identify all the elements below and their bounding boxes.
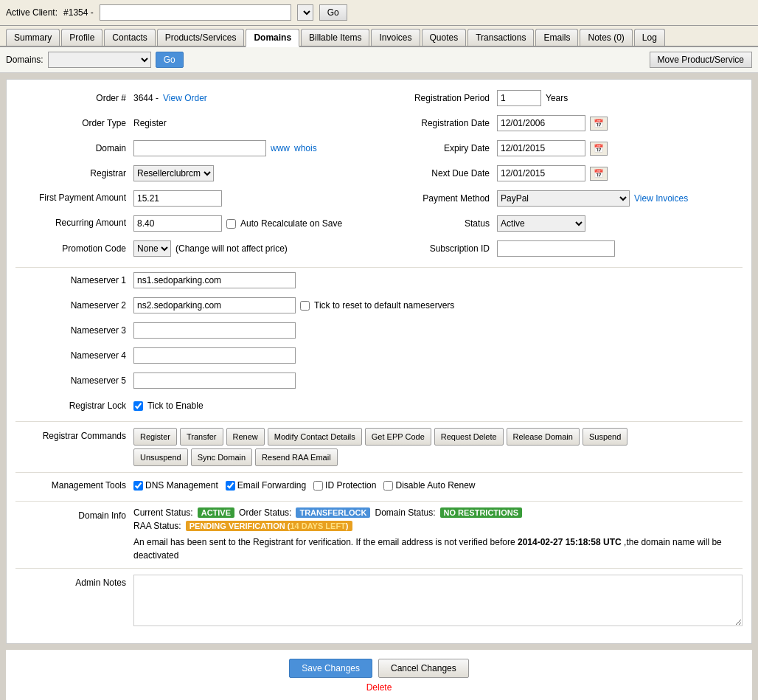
move-product-service-button[interactable]: Move Product/Service xyxy=(650,52,752,68)
order-status-label: Order Status: xyxy=(239,507,291,518)
current-status-label: Current Status: xyxy=(133,507,193,518)
order-status-badge: TRANSFERLOCK xyxy=(296,507,370,518)
payment-method-select[interactable]: PayPal xyxy=(497,190,630,207)
register-button[interactable]: Register xyxy=(133,428,177,446)
reg-date-calendar-icon[interactable]: 📅 xyxy=(590,117,608,131)
tab-quotes[interactable]: Quotes xyxy=(422,29,467,46)
ns1-input[interactable] xyxy=(133,272,296,288)
www-link[interactable]: www xyxy=(271,143,290,153)
tab-emails[interactable]: Emails xyxy=(535,29,578,46)
promo-code-label: Promotion Code xyxy=(15,243,133,254)
current-status-badge: ACTIVE xyxy=(198,507,234,518)
client-select[interactable] xyxy=(297,4,313,21)
view-invoices-link[interactable]: View Invoices xyxy=(634,193,688,204)
domain-input[interactable] xyxy=(133,140,266,156)
ns1-label: Nameserver 1 xyxy=(15,275,133,285)
expiry-calendar-icon[interactable]: 📅 xyxy=(590,142,608,156)
registrar-lock-label: Registrar Lock xyxy=(15,401,133,411)
client-name-input[interactable] xyxy=(100,4,291,21)
domain-info-content: Current Status: ACTIVE Order Status: TRA… xyxy=(133,507,743,562)
tab-domains[interactable]: Domains xyxy=(246,29,299,47)
id-protection-label: ID Protection xyxy=(313,480,376,491)
expiry-label: Expiry Date xyxy=(379,143,497,153)
domain-status-badge: NO RESTRICTIONS xyxy=(440,507,522,518)
domain-info-label: Domain Info xyxy=(15,507,133,521)
dns-management-label: DNS Management xyxy=(133,480,218,491)
delete-link[interactable]: Delete xyxy=(366,682,392,693)
order-type-value: Register xyxy=(133,118,167,128)
resend-raa-button[interactable]: Resend RAA Email xyxy=(255,448,338,466)
top-go-button[interactable]: Go xyxy=(319,4,347,21)
tab-summary[interactable]: Summary xyxy=(6,29,60,46)
transfer-button[interactable]: Transfer xyxy=(180,428,223,446)
ns2-label: Nameserver 2 xyxy=(15,300,133,311)
mgmt-tools-label: Management Tools xyxy=(15,480,133,491)
domain-info-text: An email has been sent to the Registrant… xyxy=(133,536,743,562)
release-domain-button[interactable]: Release Domain xyxy=(507,428,580,446)
disable-auto-renew-checkbox[interactable] xyxy=(383,481,393,491)
raa-days-left: 14 DAYS LEFT xyxy=(290,521,345,530)
request-delete-button[interactable]: Request Delete xyxy=(434,428,504,446)
order-number-label: Order # xyxy=(15,93,133,103)
admin-notes-label: Admin Notes xyxy=(15,575,133,588)
admin-notes-row: Admin Notes xyxy=(15,572,743,628)
registrar-select[interactable]: Resellerclubrcm xyxy=(133,165,214,181)
get-epp-button[interactable]: Get EPP Code xyxy=(365,428,431,446)
registrar-lock-checkbox[interactable] xyxy=(133,401,143,411)
renew-button[interactable]: Renew xyxy=(226,428,265,446)
tab-billable-items[interactable]: Billable Items xyxy=(301,29,369,46)
subscription-id-label: Subscription ID xyxy=(379,243,497,254)
promo-code-select[interactable]: None xyxy=(133,240,171,257)
first-payment-input[interactable] xyxy=(133,190,222,207)
unsuspend-button[interactable]: Unsuspend xyxy=(133,448,188,466)
domain-select[interactable] xyxy=(48,52,151,68)
reset-ns-checkbox[interactable] xyxy=(300,301,310,311)
auto-recalc-label: Auto Recalculate on Save xyxy=(240,218,342,229)
client-id: #1354 - xyxy=(63,7,94,18)
recurring-label: Recurring Amount xyxy=(15,218,133,229)
active-client-label: Active Client: xyxy=(6,7,58,18)
tab-notes[interactable]: Notes (0) xyxy=(580,29,632,46)
expiry-date-input[interactable] xyxy=(497,140,585,156)
tab-profile[interactable]: Profile xyxy=(61,29,102,46)
registrar-commands-row2: Unsuspend Sync Domain Resend RAA Email xyxy=(133,448,627,466)
tab-invoices[interactable]: Invoices xyxy=(371,29,420,46)
subscription-id-input[interactable] xyxy=(497,240,615,257)
ns5-input[interactable] xyxy=(133,372,296,389)
reset-ns-label: Tick to reset to default nameservers xyxy=(314,300,454,311)
email-forwarding-checkbox[interactable] xyxy=(226,481,235,491)
registrar-commands-row1: Register Transfer Renew Modify Contact D… xyxy=(133,428,627,446)
sync-domain-button[interactable]: Sync Domain xyxy=(191,448,252,466)
modify-contact-button[interactable]: Modify Contact Details xyxy=(268,428,362,446)
suspend-button[interactable]: Suspend xyxy=(583,428,627,446)
ns3-input[interactable] xyxy=(133,322,296,339)
reg-period-input[interactable] xyxy=(497,90,541,106)
ns4-input[interactable] xyxy=(133,347,296,364)
ns3-label: Nameserver 3 xyxy=(15,325,133,336)
tab-log[interactable]: Log xyxy=(634,29,665,46)
ns2-input[interactable] xyxy=(133,297,296,313)
status-select[interactable]: Active xyxy=(497,215,585,232)
email-forwarding-label: Email Forwarding xyxy=(226,480,306,491)
admin-notes-textarea[interactable] xyxy=(133,575,743,626)
next-due-input[interactable] xyxy=(497,165,585,181)
management-tools-row: Management Tools DNS Management Email Fo… xyxy=(15,476,743,495)
tabs-bar: Summary Profile Contacts Products/Servic… xyxy=(0,26,758,47)
ns1-row: Nameserver 1 xyxy=(15,271,743,290)
view-order-link[interactable]: View Order xyxy=(163,93,207,103)
cancel-changes-button[interactable]: Cancel Changes xyxy=(378,659,469,678)
save-changes-button[interactable]: Save Changes xyxy=(289,659,372,678)
domains-go-button[interactable]: Go xyxy=(156,52,184,68)
next-due-calendar-icon[interactable]: 📅 xyxy=(590,167,608,181)
id-protection-checkbox[interactable] xyxy=(313,481,323,491)
registrar-label: Registrar xyxy=(15,168,133,179)
reg-date-input[interactable] xyxy=(497,115,585,131)
recurring-input[interactable] xyxy=(133,215,222,232)
raa-status-label: RAA Status: xyxy=(133,521,181,531)
whois-link[interactable]: whois xyxy=(294,143,317,153)
tab-transactions[interactable]: Transactions xyxy=(467,29,534,46)
dns-management-checkbox[interactable] xyxy=(133,481,143,491)
tab-contacts[interactable]: Contacts xyxy=(104,29,155,46)
tab-products-services[interactable]: Products/Services xyxy=(157,29,245,46)
auto-recalculate-checkbox[interactable] xyxy=(226,219,236,229)
